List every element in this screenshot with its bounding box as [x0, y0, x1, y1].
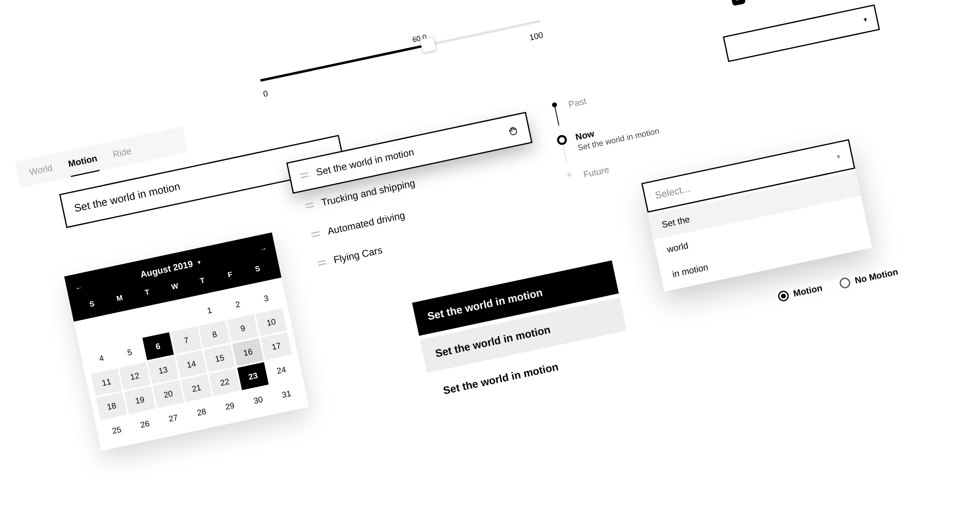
day-cell[interactable]: 7 [171, 326, 202, 354]
timeline-rail [556, 134, 572, 164]
day-cell[interactable]: 21 [181, 374, 212, 402]
day-cell[interactable]: 24 [266, 356, 297, 384]
compact-dropdown[interactable]: ▼ [723, 4, 880, 62]
timeline-step-title: Future [583, 164, 610, 180]
chevron-down-icon[interactable]: ▼ [196, 259, 202, 266]
weekday-label: T [189, 274, 216, 288]
select-placeholder: Select... [654, 183, 691, 201]
list-item-label: Flying Cars [332, 244, 383, 266]
day-cell[interactable]: 18 [96, 392, 127, 420]
day-blank [137, 308, 169, 337]
radio-option[interactable]: Motion [777, 283, 823, 302]
day-cell[interactable]: 13 [147, 356, 179, 384]
chevron-down-icon: ▼ [862, 16, 869, 24]
checkbox-label: Set the world in motion [749, 0, 848, 1]
timeline-connector [563, 145, 568, 163]
day-cell[interactable]: 3 [250, 284, 282, 312]
radio-icon[interactable] [777, 290, 790, 302]
tab-world[interactable]: World [29, 162, 55, 185]
day-cell[interactable]: 8 [199, 320, 230, 348]
day-blank [109, 315, 140, 343]
tab-ride[interactable]: Ride [112, 146, 134, 167]
slider-max-label: 100 [529, 30, 544, 42]
day-cell[interactable]: 9 [227, 314, 258, 342]
day-cell[interactable]: 31 [271, 380, 302, 408]
radio-inner-icon [780, 293, 786, 299]
weekday-label: W [161, 280, 189, 294]
day-blank [80, 320, 112, 348]
slider-min-label: 0 [263, 89, 269, 99]
timeline-rail [564, 172, 575, 178]
day-cell[interactable]: 20 [152, 380, 184, 408]
timeline-step-title: Past [568, 96, 587, 110]
day-cell[interactable]: 16 [232, 338, 264, 366]
weekday-label: M [106, 291, 134, 305]
day-cell[interactable]: 10 [256, 308, 287, 337]
day-cell[interactable]: 14 [176, 350, 207, 378]
day-cell[interactable]: 29 [214, 392, 245, 420]
radio-icon[interactable] [839, 277, 851, 289]
drag-handle-icon[interactable] [305, 202, 314, 208]
slider[interactable]: 60.0 0 100 [258, 9, 544, 99]
drag-handle-icon[interactable] [317, 260, 326, 266]
day-cell[interactable]: 17 [261, 332, 292, 360]
tab-motion[interactable]: Motion [67, 153, 100, 177]
checkbox-checked-icon[interactable]: ✓ [730, 0, 746, 6]
button-stack: Set the world in motion Set the world in… [412, 260, 635, 414]
drag-handle-icon[interactable] [300, 172, 309, 178]
slider-thumb[interactable] [420, 37, 436, 53]
day-cell[interactable]: 11 [91, 368, 122, 397]
day-cell[interactable]: 22 [209, 368, 241, 396]
day-cell[interactable]: 25 [101, 416, 132, 444]
grab-cursor-icon [507, 124, 519, 137]
day-cell[interactable]: 19 [124, 386, 156, 414]
weekday-label: T [134, 286, 161, 299]
datepicker-month-label[interactable]: August 2019 [139, 259, 194, 280]
prev-month-icon[interactable]: ← [74, 283, 83, 293]
chevron-down-icon: ▼ [835, 153, 842, 161]
day-cell[interactable]: 28 [186, 398, 217, 426]
day-cell[interactable]: 26 [129, 410, 160, 438]
day-cell[interactable]: 1 [194, 296, 225, 324]
reorderable-list: Set the world in motionTrucking and ship… [286, 112, 551, 280]
timeline-dot-icon [556, 134, 568, 146]
radio-label: Motion [792, 283, 823, 299]
day-cell[interactable]: 5 [114, 338, 145, 366]
weekday-label: S [78, 297, 106, 311]
timeline-dot-icon [567, 172, 572, 177]
day-cell[interactable]: 27 [158, 404, 189, 432]
timeline-connector [555, 107, 559, 126]
day-cell[interactable]: 2 [222, 290, 254, 319]
weekday-label: S [244, 262, 272, 276]
radio-label: No Motion [854, 266, 899, 286]
day-cell[interactable]: 30 [243, 386, 274, 414]
day-cell[interactable]: 12 [119, 362, 151, 390]
next-month-icon[interactable]: → [259, 244, 268, 254]
day-blank [165, 302, 197, 330]
day-cell[interactable]: 15 [204, 344, 235, 372]
datepicker[interactable]: ← August 2019 ▼ → SMTWTFS 12345678910111… [64, 233, 309, 451]
drag-handle-icon[interactable] [311, 231, 320, 237]
day-cell[interactable]: 4 [86, 344, 117, 372]
weekday-label: F [216, 268, 244, 282]
timeline-rail [549, 102, 564, 127]
day-cell[interactable]: 6 [142, 332, 174, 361]
radio-group: MotionNo Motion [777, 266, 899, 302]
checkbox-row[interactable]: ✓ Set the world in motion [730, 0, 849, 6]
day-cell[interactable]: 23 [237, 362, 269, 390]
radio-option[interactable]: No Motion [839, 266, 899, 289]
slider-track[interactable] [260, 20, 540, 82]
